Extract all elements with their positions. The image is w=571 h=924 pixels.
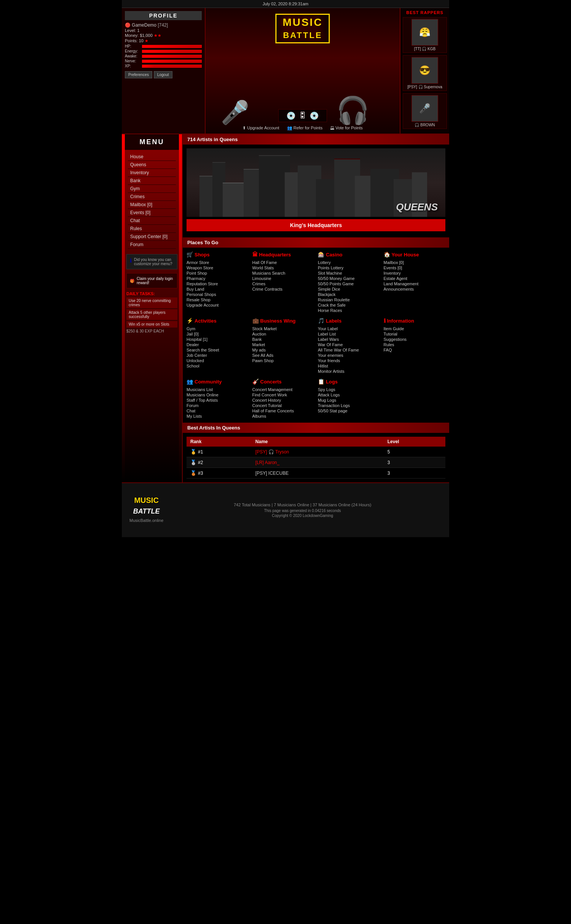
my-ads-link[interactable]: My ads	[252, 347, 314, 353]
sidebar-item-events[interactable]: Events [0]	[128, 209, 176, 217]
label-list-link[interactable]: Label List	[318, 331, 380, 337]
item-guide-link[interactable]: Item Guide	[384, 326, 446, 331]
label-wars-link[interactable]: Label Wars	[318, 337, 380, 342]
sidebar-item-inventory[interactable]: Inventory	[128, 169, 176, 177]
logout-button[interactable]: Logout	[154, 71, 172, 78]
job-center-link[interactable]: Job Center	[187, 353, 249, 358]
bank-link[interactable]: Bank	[252, 337, 314, 342]
rapper-2[interactable]: 😎 [PSY] 🎧 Supernova	[403, 55, 447, 91]
war-of-fame-link[interactable]: War Of Fame	[318, 342, 380, 347]
sidebar-item-crimes[interactable]: Crimes	[128, 193, 176, 201]
all-time-war-link[interactable]: All Time War Of Fame	[318, 347, 380, 353]
task-3-button[interactable]: Win x5 or more on Slots	[126, 321, 177, 328]
attack-logs-link[interactable]: Attack Logs	[318, 392, 380, 398]
sidebar-item-bank[interactable]: Bank	[128, 177, 176, 185]
rules-link[interactable]: Rules	[384, 342, 446, 347]
hospital-link[interactable]: Hospital [1]	[187, 337, 249, 342]
jail-link[interactable]: Jail [0]	[187, 331, 249, 337]
limousine-link[interactable]: Limousine	[252, 276, 314, 281]
5050-points-link[interactable]: 50/50 Points Game	[318, 281, 380, 286]
horse-races-link[interactable]: Horse Races	[318, 308, 380, 313]
spy-logs-link[interactable]: Spy Logs	[318, 387, 380, 392]
staff-link[interactable]: Staff / Top Artists	[187, 398, 249, 403]
sidebar-item-support[interactable]: Support Center [0]	[128, 233, 176, 241]
stock-market-link[interactable]: Stock Market	[252, 326, 314, 331]
concert-history-link[interactable]: Concert History	[252, 398, 314, 403]
concert-tutorial-link[interactable]: Concert Tutorial	[252, 403, 314, 408]
auction-link[interactable]: Auction	[252, 331, 314, 337]
crime-contracts-link[interactable]: Crime Contracts	[252, 286, 314, 292]
sidebar-item-gym[interactable]: Gym	[128, 185, 176, 193]
sidebar-item-queens[interactable]: Queens	[128, 161, 176, 169]
simple-dice-link[interactable]: Simple Dice	[318, 286, 380, 292]
buy-land-link[interactable]: Buy Land	[187, 286, 249, 292]
musicians-search-link[interactable]: Musicians Search	[252, 270, 314, 276]
forum-community-link[interactable]: Forum	[187, 403, 249, 408]
upgrade-account-link[interactable]: ⬆ Upgrade Account	[242, 126, 279, 130]
school-link[interactable]: School	[187, 363, 249, 369]
reputation-store-link[interactable]: Reputation Store	[187, 281, 249, 286]
sidebar-item-chat[interactable]: Chat	[128, 217, 176, 225]
mailbox-house-link[interactable]: Mailbox [0]	[384, 260, 446, 265]
musicians-online-link[interactable]: Musicians Online	[187, 392, 249, 398]
friends-link[interactable]: Your friends	[318, 358, 380, 363]
estate-agent-link[interactable]: Estate Agent	[384, 276, 446, 281]
hitlist-link[interactable]: Hitlist	[318, 363, 380, 369]
lottery-link[interactable]: Lottery	[318, 260, 380, 265]
rapper-3[interactable]: 🎤 🎧 BROWN	[403, 93, 447, 129]
gym-link[interactable]: Gym	[187, 326, 249, 331]
point-shop-link[interactable]: Point Shop	[187, 270, 249, 276]
inventory-house-link[interactable]: Inventory	[384, 270, 446, 276]
monitor-artists-link[interactable]: Monitor Artists	[318, 369, 380, 374]
blackjack-link[interactable]: Blackjack	[318, 292, 380, 297]
upgrade-account-shops-link[interactable]: Upgrade Account	[187, 302, 249, 308]
hq-button[interactable]: King's Headquarters	[187, 219, 445, 231]
armor-store-link[interactable]: Armor Store	[187, 260, 249, 265]
search-street-link[interactable]: Search the Street	[187, 347, 249, 353]
resale-shop-link[interactable]: Resale Shop	[187, 297, 249, 302]
points-lottery-link[interactable]: Points Lottery	[318, 265, 380, 270]
sidebar-item-rules[interactable]: Rules	[128, 225, 176, 233]
hof-concerts-link[interactable]: Hall of Fame Concerts	[252, 408, 314, 413]
land-management-link[interactable]: Land Management	[384, 281, 446, 286]
pharmacy-link[interactable]: Pharmacy	[187, 276, 249, 281]
artist-2-link[interactable]: [LR] Aaron_	[255, 460, 279, 465]
sidebar-item-forum[interactable]: Forum	[128, 241, 176, 249]
personal-shops-link[interactable]: Personal Shops	[187, 292, 249, 297]
enemies-link[interactable]: Your enemies	[318, 353, 380, 358]
albums-link[interactable]: Albums	[252, 413, 314, 419]
world-stats-link[interactable]: World Stats	[252, 265, 314, 270]
task-1-button[interactable]: Use 20 nerve committing crimes	[126, 297, 177, 308]
hall-of-fame-link[interactable]: Hall Of Fame	[252, 260, 314, 265]
unlocked-link[interactable]: Unlocked	[187, 358, 249, 363]
announcements-link[interactable]: Announcements	[384, 286, 446, 292]
musicians-list-link[interactable]: Musicians List	[187, 387, 249, 392]
suggestions-link[interactable]: Suggestions	[384, 337, 446, 342]
find-concert-link[interactable]: Find Concert Work	[252, 392, 314, 398]
chat-community-link[interactable]: Chat	[187, 408, 249, 413]
transaction-logs-link[interactable]: Transaction Logs	[318, 403, 380, 408]
crack-safe-link[interactable]: Crack the Safe	[318, 302, 380, 308]
artist-1-link[interactable]: [PSY] 🎧 Tryson	[255, 449, 289, 455]
russian-roulette-link[interactable]: Russian Roulette	[318, 297, 380, 302]
see-all-ads-link[interactable]: See All Ads	[252, 353, 314, 358]
crimes-hq-link[interactable]: Crimes	[252, 281, 314, 286]
tutorial-link[interactable]: Tutorial	[384, 331, 446, 337]
pawn-shop-link[interactable]: Pawn Shop	[252, 358, 314, 363]
sidebar-claim-reward[interactable]: 🎁 Claim your daily login reward!	[126, 273, 177, 288]
events-house-link[interactable]: Events [0]	[384, 265, 446, 270]
sidebar-item-mailbox[interactable]: Mailbox [0]	[128, 201, 176, 209]
mug-logs-link[interactable]: Mug Logs	[318, 398, 380, 403]
concert-management-link[interactable]: Concert Management	[252, 387, 314, 392]
my-lists-link[interactable]: My Lists	[187, 413, 249, 419]
market-link[interactable]: Market	[252, 342, 314, 347]
faq-link[interactable]: FAQ	[384, 347, 446, 353]
your-label-link[interactable]: Your Label	[318, 326, 380, 331]
preferences-button[interactable]: Preferences	[125, 71, 152, 78]
dealer-link[interactable]: Dealer	[187, 342, 249, 347]
5050-money-link[interactable]: 50/50 Money Game	[318, 276, 380, 281]
slot-machine-link[interactable]: Slot Machine	[318, 270, 380, 276]
sidebar-item-house[interactable]: House	[128, 153, 176, 161]
weapon-store-link[interactable]: Weapon Store	[187, 265, 249, 270]
task-2-button[interactable]: Attack 5 other players successfully	[126, 309, 177, 320]
